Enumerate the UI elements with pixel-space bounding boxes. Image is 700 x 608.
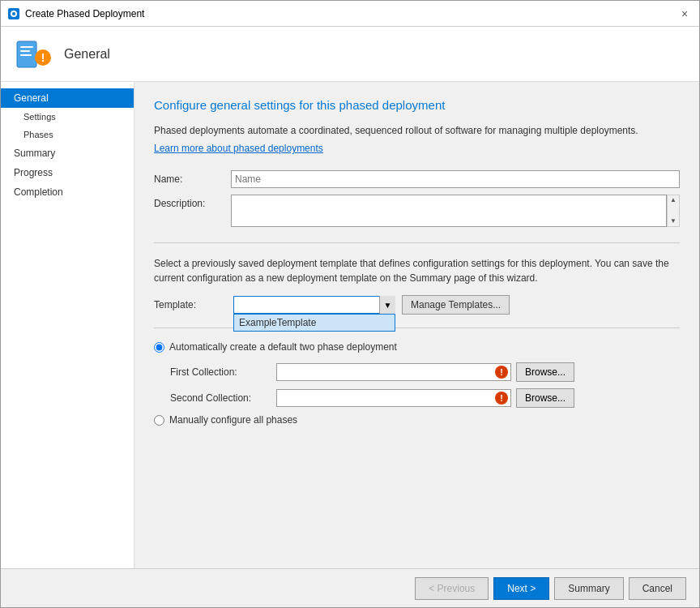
template-input[interactable] <box>233 296 395 314</box>
wizard-icon: ! <box>14 35 53 74</box>
description-row: Description: ▲ ▼ <box>154 195 680 229</box>
svg-rect-4 <box>20 46 33 48</box>
second-collection-browse-button[interactable]: Browse... <box>516 388 574 408</box>
main-content-area: Configure general settings for this phas… <box>134 82 699 568</box>
title-bar: Create Phased Deployment × <box>1 1 699 27</box>
first-collection-input[interactable] <box>276 363 511 381</box>
manual-radio[interactable] <box>154 415 164 426</box>
svg-point-2 <box>12 12 15 15</box>
main-window: Create Phased Deployment × ! General Gen… <box>0 0 700 608</box>
cancel-button[interactable]: Cancel <box>629 577 686 600</box>
svg-rect-6 <box>20 54 32 56</box>
auto-radio-row: Automatically create a default two phase… <box>154 341 680 353</box>
manage-templates-button[interactable]: Manage Templates... <box>402 295 510 315</box>
separator-1 <box>154 242 680 243</box>
close-button[interactable]: × <box>677 6 693 22</box>
name-row: Name: <box>154 170 680 188</box>
content-area: General Settings Phases Summary Progress… <box>1 82 699 568</box>
svg-rect-5 <box>20 50 30 52</box>
first-collection-input-container: ! <box>276 363 511 381</box>
second-collection-error-icon: ! <box>495 392 508 405</box>
sidebar-item-completion[interactable]: Completion <box>1 182 134 202</box>
template-row: Template: ▼ ExampleTemplate Manage Templ… <box>154 295 680 315</box>
window-title: Create Phased Deployment <box>25 8 144 19</box>
second-collection-label: Second Collection: <box>170 392 271 404</box>
second-collection-input-container: ! <box>276 389 511 407</box>
auto-radio[interactable] <box>154 342 164 353</box>
app-icon <box>7 7 20 20</box>
previous-button[interactable]: < Previous <box>415 577 489 600</box>
first-collection-error-icon: ! <box>495 366 508 379</box>
template-dropdown-popup: ExampleTemplate <box>233 314 395 332</box>
footer: < Previous Next > Summary Cancel <box>1 568 699 607</box>
description-text: Phased deployments automate a coordinate… <box>154 125 680 136</box>
second-collection-input[interactable] <box>276 389 511 407</box>
sidebar-item-phases[interactable]: Phases <box>1 126 134 143</box>
collection-section: First Collection: ! Browse... Second Col… <box>170 362 680 408</box>
sidebar: General Settings Phases Summary Progress… <box>1 82 134 568</box>
page-title: Configure general settings for this phas… <box>154 98 680 112</box>
template-dropdown[interactable]: ▼ <box>233 296 395 314</box>
sidebar-item-summary[interactable]: Summary <box>1 143 134 163</box>
description-label: Description: <box>154 195 231 209</box>
sidebar-item-general[interactable]: General <box>1 88 134 108</box>
learn-more-link[interactable]: Learn more about phased deployments <box>154 143 680 154</box>
description-input[interactable] <box>231 195 667 227</box>
first-collection-row: First Collection: ! Browse... <box>170 362 680 382</box>
name-label: Name: <box>154 170 231 185</box>
template-description: Select a previously saved deployment tem… <box>154 256 680 285</box>
sidebar-item-progress[interactable]: Progress <box>1 163 134 182</box>
radio-section: Automatically create a default two phase… <box>154 341 680 426</box>
template-label: Template: <box>154 299 227 310</box>
header-bar: ! General <box>1 27 699 82</box>
next-button[interactable]: Next > <box>493 577 549 600</box>
template-option-example[interactable]: ExampleTemplate <box>234 315 395 331</box>
summary-button[interactable]: Summary <box>554 577 623 600</box>
second-collection-row: Second Collection: ! Browse... <box>170 388 680 408</box>
first-collection-label: First Collection: <box>170 366 271 378</box>
scroll-up-arrow[interactable]: ▲ <box>670 195 677 203</box>
description-scrollbar: ▲ ▼ <box>667 195 680 227</box>
header-title: General <box>64 47 110 62</box>
manual-radio-label[interactable]: Manually configure all phases <box>169 414 297 426</box>
title-bar-left: Create Phased Deployment <box>7 7 144 20</box>
sidebar-item-settings[interactable]: Settings <box>1 108 134 126</box>
auto-radio-label[interactable]: Automatically create a default two phase… <box>169 341 397 353</box>
svg-text:!: ! <box>41 51 45 64</box>
first-collection-browse-button[interactable]: Browse... <box>516 362 574 382</box>
name-input[interactable] <box>231 170 680 188</box>
template-dropdown-container: ▼ ExampleTemplate <box>233 296 395 314</box>
manual-radio-row: Manually configure all phases <box>154 414 680 426</box>
scroll-down-arrow[interactable]: ▼ <box>670 218 677 226</box>
